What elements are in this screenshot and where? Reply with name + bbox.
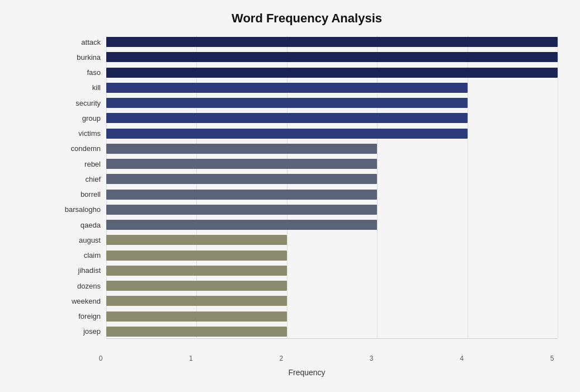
bar-row: condemn	[56, 143, 558, 155]
bar-row: august	[56, 234, 558, 246]
bar-track	[106, 266, 558, 276]
bar-row: claim	[56, 249, 558, 262]
bar-fill	[106, 129, 468, 139]
x-tick: 5	[546, 355, 558, 362]
bar-track	[106, 144, 558, 154]
x-tick: 3	[366, 355, 377, 362]
bar-label: claim	[56, 251, 106, 259]
bar-row: group	[56, 112, 558, 124]
x-tick: 1	[185, 355, 196, 362]
bar-track	[106, 220, 558, 230]
chart-container: Word Frequency Analysis attackburkinafas…	[0, 0, 580, 392]
bar-row: chief	[56, 173, 558, 185]
bar-track	[106, 205, 558, 215]
bar-fill	[106, 190, 377, 200]
x-tick: 2	[276, 355, 287, 362]
bar-fill	[106, 327, 287, 337]
bar-fill	[106, 311, 287, 322]
bar-fill	[106, 144, 377, 154]
bar-row: security	[56, 97, 558, 109]
bar-row: kill	[56, 82, 558, 94]
bar-label: dozens	[56, 282, 106, 290]
bar-track	[106, 327, 558, 337]
bar-label: chief	[56, 175, 106, 183]
bar-fill	[106, 174, 377, 184]
bar-track	[106, 235, 558, 245]
bar-label: kill	[56, 83, 106, 92]
bar-row: jihadist	[56, 265, 558, 277]
bar-row: qaeda	[56, 219, 558, 231]
bar-row: weekend	[56, 295, 558, 307]
bars-wrapper: attackburkinafasokillsecuritygroupvictim…	[56, 36, 558, 338]
chart-title: Word Frequency Analysis	[56, 11, 558, 26]
bar-row: josep	[56, 325, 558, 338]
bar-label: condemn	[56, 144, 106, 153]
bar-row: victims	[56, 127, 558, 140]
x-tick: 0	[95, 355, 106, 362]
bar-label: jihadist	[56, 266, 106, 275]
bar-row: borrell	[56, 188, 558, 201]
bar-track	[106, 68, 558, 78]
bar-label: josep	[56, 327, 106, 336]
bar-track	[106, 83, 558, 93]
bar-track	[106, 311, 558, 322]
bar-fill	[106, 251, 287, 261]
bar-row: attack	[56, 36, 558, 48]
bar-row: foreign	[56, 310, 558, 323]
bar-fill	[106, 98, 468, 108]
bar-fill	[106, 159, 377, 169]
bar-row: dozens	[56, 280, 558, 292]
x-axis-line	[106, 338, 558, 339]
bar-row: barsalogho	[56, 204, 558, 216]
bar-label: borrell	[56, 190, 106, 199]
bar-fill	[106, 296, 287, 306]
bar-track	[106, 52, 558, 62]
chart-area: attackburkinafasokillsecuritygroupvictim…	[56, 36, 558, 355]
bar-track	[106, 37, 558, 47]
bar-track	[106, 129, 558, 139]
bar-label: burkina	[56, 53, 106, 62]
bar-label: weekend	[56, 297, 106, 305]
bar-fill	[106, 83, 468, 93]
bar-fill	[106, 220, 377, 230]
bar-fill	[106, 113, 468, 123]
bar-fill	[106, 68, 558, 78]
bar-track	[106, 251, 558, 261]
bar-label: foreign	[56, 312, 106, 320]
bar-label: security	[56, 99, 106, 107]
bar-track	[106, 296, 558, 306]
bar-label: qaeda	[56, 221, 106, 229]
bar-track	[106, 190, 558, 200]
bar-label: rebel	[56, 160, 106, 168]
bar-fill	[106, 205, 377, 215]
bar-row: burkina	[56, 51, 558, 63]
bar-label: barsalogho	[56, 205, 106, 214]
bar-fill	[106, 281, 287, 291]
bar-track	[106, 98, 558, 108]
bar-track	[106, 174, 558, 184]
bar-label: group	[56, 114, 106, 122]
bar-track	[106, 113, 558, 123]
bar-fill	[106, 52, 558, 62]
bar-fill	[106, 266, 287, 276]
bar-fill	[106, 37, 558, 47]
bar-row: faso	[56, 67, 558, 79]
x-axis-label: Frequency	[56, 368, 558, 377]
bar-track	[106, 281, 558, 291]
bar-label: attack	[56, 38, 106, 46]
grid-line	[558, 36, 558, 338]
bar-row: rebel	[56, 158, 558, 170]
x-tick: 4	[456, 355, 468, 362]
bar-label: victims	[56, 129, 106, 138]
bar-label: faso	[56, 68, 106, 77]
bar-track	[106, 159, 558, 169]
bar-fill	[106, 235, 287, 245]
bar-label: august	[56, 236, 106, 244]
